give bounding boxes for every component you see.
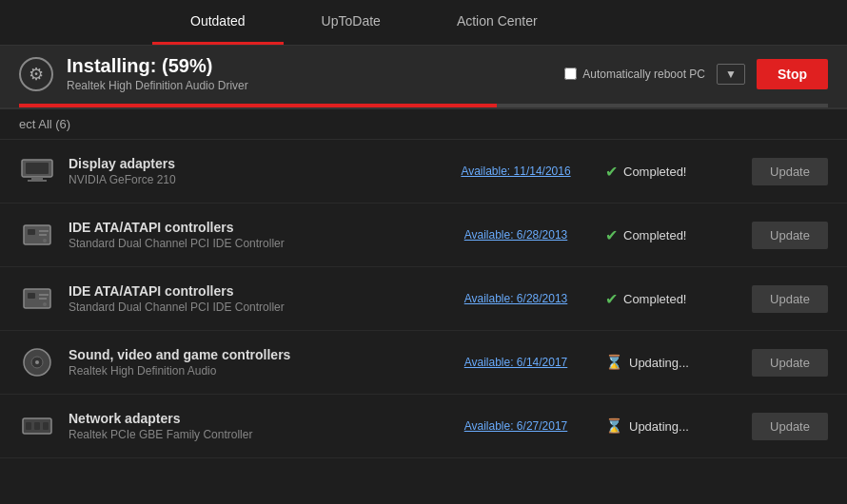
- driver-sub: Realtek High Definition Audio: [69, 364, 426, 378]
- driver-date: Available: 6/27/2017: [440, 419, 592, 433]
- stop-button[interactable]: Stop: [757, 59, 828, 89]
- svg-point-16: [35, 360, 39, 364]
- driver-status: ✔ Completed!: [605, 290, 739, 308]
- driver-info: Display adapters NVIDIA GeForce 210: [69, 156, 426, 186]
- table-row: Display adapters NVIDIA GeForce 210 Avai…: [0, 140, 847, 204]
- install-info: ⚙ Installing: (59%) Realtek High Definit…: [19, 55, 248, 92]
- table-row: IDE ATA/ATAPI controllers Standard Dual …: [0, 267, 847, 331]
- dropdown-button[interactable]: ▼: [717, 64, 745, 85]
- svg-rect-10: [28, 293, 35, 299]
- driver-info: IDE ATA/ATAPI controllers Standard Dual …: [69, 283, 426, 314]
- driver-name: Display adapters: [69, 156, 426, 171]
- install-header: ⚙ Installing: (59%) Realtek High Definit…: [0, 46, 847, 109]
- driver-status: ⌛ Updating...: [605, 417, 739, 435]
- update-button[interactable]: Update: [752, 413, 828, 440]
- update-button[interactable]: Update: [752, 158, 828, 185]
- driver-date: Available: 6/14/2017: [440, 356, 592, 369]
- driver-sub: Realtek PCIe GBE Family Controller: [69, 428, 426, 441]
- svg-rect-2: [31, 177, 43, 180]
- table-row: Network adapters Realtek PCIe GBE Family…: [0, 395, 847, 458]
- svg-rect-5: [28, 229, 35, 235]
- check-icon: ✔: [605, 163, 618, 181]
- auto-reboot-checkbox[interactable]: Automatically reboot PC: [564, 68, 705, 81]
- progress-bar-fill: [19, 104, 497, 107]
- sound-controller-icon: [19, 344, 55, 380]
- install-title: Installing: (59%): [67, 55, 248, 77]
- select-all-row[interactable]: ect All (6): [0, 109, 847, 140]
- update-button[interactable]: Update: [752, 285, 828, 313]
- ide-controller-icon-2: [19, 281, 55, 317]
- table-row: IDE ATA/ATAPI controllers Standard Dual …: [0, 204, 847, 267]
- hourglass-icon: ⌛: [605, 354, 623, 371]
- svg-rect-18: [26, 422, 31, 430]
- driver-date: Available: 6/28/2013: [440, 292, 592, 305]
- check-icon: ✔: [605, 226, 618, 244]
- svg-point-13: [43, 302, 47, 306]
- svg-rect-1: [26, 163, 49, 174]
- driver-sub: Standard Dual Channel PCI IDE Controller: [69, 300, 426, 314]
- svg-rect-12: [39, 298, 47, 300]
- update-button[interactable]: Update: [752, 222, 828, 249]
- progress-bar-container: [19, 104, 828, 107]
- update-button[interactable]: Update: [752, 349, 828, 377]
- svg-rect-20: [43, 422, 49, 430]
- driver-sub: NVIDIA GeForce 210: [69, 173, 426, 186]
- driver-date: Available: 11/14/2016: [440, 165, 592, 178]
- hourglass-icon: ⌛: [605, 417, 623, 435]
- driver-status: ✔ Completed!: [605, 226, 739, 244]
- svg-rect-3: [28, 180, 47, 182]
- svg-rect-11: [39, 294, 49, 296]
- svg-point-8: [43, 239, 47, 242]
- gear-icon: ⚙: [19, 57, 53, 91]
- driver-info: Sound, video and game controllers Realte…: [69, 347, 426, 378]
- tab-uptodate[interactable]: UpToDate: [284, 0, 419, 45]
- svg-rect-6: [39, 230, 49, 232]
- driver-name: Sound, video and game controllers: [69, 347, 426, 362]
- check-icon: ✔: [605, 290, 618, 308]
- install-text: Installing: (59%) Realtek High Definitio…: [67, 55, 248, 92]
- tab-bar: Outdated UpToDate Action Center: [0, 0, 847, 46]
- driver-list: Display adapters NVIDIA GeForce 210 Avai…: [0, 140, 847, 458]
- driver-sub: Standard Dual Channel PCI IDE Controller: [69, 237, 426, 250]
- driver-info: IDE ATA/ATAPI controllers Standard Dual …: [69, 220, 426, 250]
- install-subtitle: Realtek High Definition Audio Driver: [67, 79, 248, 92]
- install-controls: Automatically reboot PC ▼ Stop: [564, 59, 828, 89]
- driver-date: Available: 6/28/2013: [440, 228, 592, 242]
- display-adapter-icon: [19, 153, 55, 189]
- tab-action-center[interactable]: Action Center: [419, 0, 576, 45]
- ide-controller-icon: [19, 217, 55, 253]
- driver-status: ⌛ Updating...: [605, 354, 739, 371]
- driver-name: IDE ATA/ATAPI controllers: [69, 283, 426, 299]
- driver-name: IDE ATA/ATAPI controllers: [69, 220, 426, 235]
- driver-name: Network adapters: [69, 411, 426, 426]
- svg-rect-19: [34, 422, 40, 430]
- auto-reboot-input[interactable]: [564, 68, 577, 80]
- svg-rect-7: [39, 234, 47, 236]
- driver-status: ✔ Completed!: [605, 163, 739, 181]
- table-row: Sound, video and game controllers Realte…: [0, 331, 847, 395]
- network-adapter-icon: [19, 408, 55, 444]
- driver-info: Network adapters Realtek PCIe GBE Family…: [69, 411, 426, 441]
- tab-outdated[interactable]: Outdated: [152, 0, 284, 45]
